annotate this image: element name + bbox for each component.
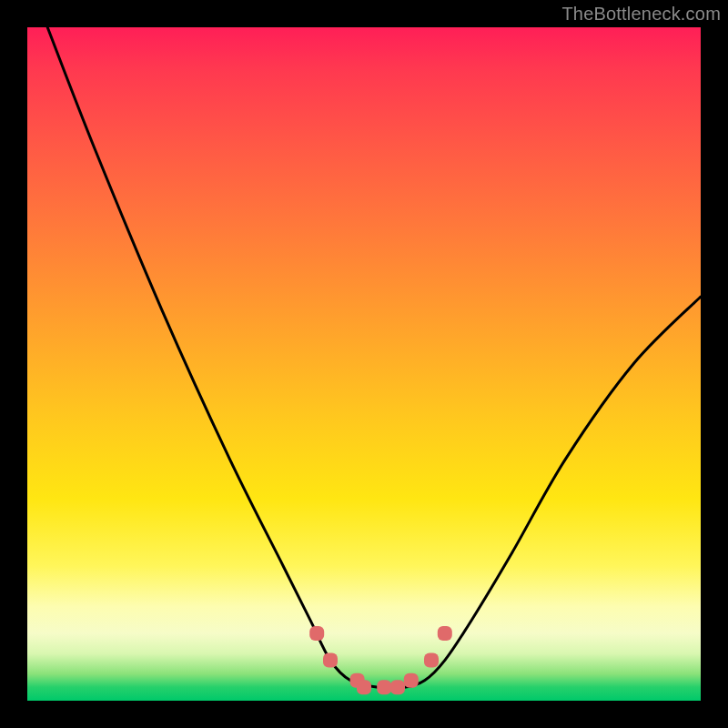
chart-frame: TheBottleneck.com — [0, 0, 728, 728]
marker-dot — [438, 626, 452, 641]
marker-dot — [357, 680, 371, 694]
marker-dot — [390, 680, 405, 694]
marker-dot — [404, 673, 419, 688]
watermark-text: TheBottleneck.com — [561, 4, 721, 25]
bottleneck-curve — [47, 27, 701, 688]
marker-dot — [424, 653, 439, 668]
marker-dot — [323, 653, 338, 668]
marker-dot — [309, 626, 324, 641]
chart-svg — [27, 27, 701, 701]
highlight-markers — [309, 626, 452, 694]
plot-area — [27, 27, 701, 701]
marker-dot — [377, 680, 391, 694]
